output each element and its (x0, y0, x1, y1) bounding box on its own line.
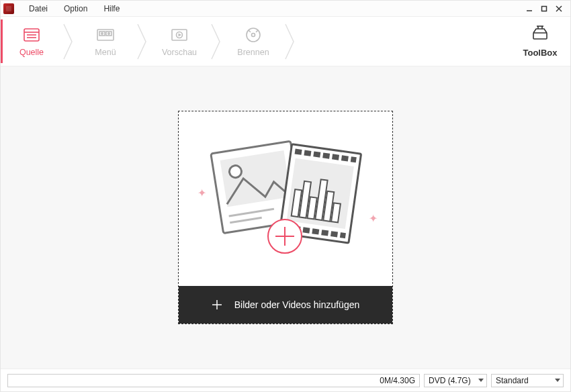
burn-icon (245, 26, 262, 44)
close-icon (556, 5, 562, 12)
status-bar: 0M/4.30G DVD (4.7G) Standard (1, 369, 570, 391)
minimize-icon (526, 5, 533, 12)
add-media-button[interactable]: Bilder oder Videos hinzufügen (179, 286, 392, 324)
svg-rect-29 (304, 150, 311, 156)
titlebar: Datei Option Hilfe (1, 1, 570, 17)
app-logo-icon (3, 3, 14, 14)
svg-point-24 (228, 164, 243, 179)
svg-rect-32 (332, 154, 339, 160)
menu-option[interactable]: Option (56, 4, 95, 13)
menu-help[interactable]: Hilfe (95, 4, 128, 13)
step-source-label: Quelle (19, 48, 44, 57)
step-burn-label: Brennen (237, 48, 269, 57)
toolbox-label: ToolBox (523, 48, 557, 58)
svg-rect-33 (341, 155, 349, 161)
svg-marker-15 (179, 33, 182, 36)
menu-icon (95, 26, 116, 44)
svg-rect-34 (351, 156, 357, 162)
step-preview[interactable]: Vorschau (148, 17, 210, 66)
chevron-icon (62, 17, 75, 66)
svg-rect-31 (322, 152, 330, 158)
svg-rect-1 (542, 6, 547, 11)
maximize-icon (541, 5, 547, 12)
dropzone-illustration: ✦ ✦ (179, 111, 392, 286)
svg-rect-28 (295, 149, 302, 155)
svg-rect-9 (99, 32, 105, 36)
disc-type-select[interactable]: DVD (4.7G) (424, 374, 487, 387)
source-icon (22, 26, 41, 44)
chevron-icon (284, 17, 296, 66)
svg-rect-30 (313, 151, 320, 157)
chevron-down-icon (555, 379, 560, 382)
preview-icon (170, 26, 189, 44)
menu-file[interactable]: Datei (21, 4, 56, 13)
chevron-icon (136, 17, 148, 66)
step-burn[interactable]: Brennen (222, 17, 284, 66)
quality-select[interactable]: Standard (491, 374, 564, 387)
svg-rect-38 (312, 228, 319, 234)
maximize-button[interactable] (537, 3, 552, 15)
chevron-down-icon (478, 379, 484, 382)
step-preview-label: Vorschau (162, 48, 197, 57)
quality-value: Standard (496, 376, 529, 385)
add-media-label: Bilder oder Videos hinzufügen (234, 299, 360, 310)
sparkle-icon: ✦ (197, 187, 206, 199)
chevron-icon (210, 17, 222, 66)
step-menu-label: Menü (95, 48, 116, 57)
svg-rect-41 (340, 232, 346, 238)
svg-rect-37 (302, 227, 310, 233)
toolbox-icon (531, 25, 550, 44)
svg-rect-40 (331, 231, 338, 237)
step-nav: Quelle Menü Vorschau Brennen (1, 17, 570, 66)
step-source[interactable]: Quelle (1, 17, 62, 66)
main-area: ✦ ✦ (1, 66, 570, 369)
capacity-meter: 0M/4.30G (7, 374, 420, 387)
disc-type-value: DVD (4.7G) (429, 376, 471, 385)
dropzone-card[interactable]: ✦ ✦ (178, 111, 393, 324)
step-menu[interactable]: Menü (75, 17, 136, 66)
app-window: Datei Option Hilfe Quelle Menü (0, 0, 571, 392)
add-circle-icon (266, 217, 304, 255)
svg-rect-18 (533, 33, 547, 39)
sparkle-icon: ✦ (369, 212, 378, 225)
close-button[interactable] (552, 3, 566, 15)
svg-rect-39 (321, 230, 328, 236)
minimize-button[interactable] (522, 3, 537, 15)
svg-point-11 (101, 32, 103, 34)
capacity-text: 0M/4.30G (380, 376, 415, 385)
toolbox-button[interactable]: ToolBox (510, 17, 570, 66)
svg-point-17 (252, 33, 255, 36)
svg-point-12 (108, 32, 109, 34)
plus-icon (212, 299, 222, 310)
svg-rect-10 (106, 32, 112, 36)
